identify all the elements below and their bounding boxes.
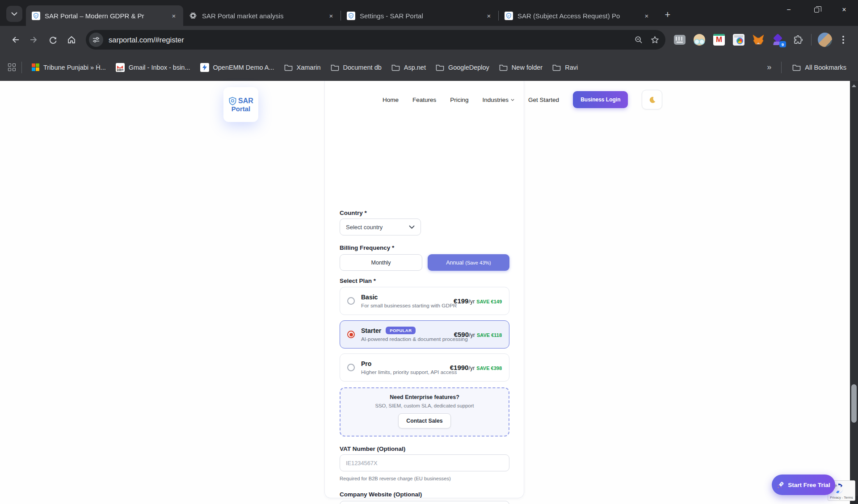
avatar-face-extension-icon[interactable] — [690, 31, 708, 49]
folder-icon — [391, 64, 400, 71]
main-nav: Home Features Pricing Industries Get Sta… — [383, 81, 662, 118]
scrollbar-thumb[interactable] — [851, 384, 857, 423]
tab-close-icon[interactable]: × — [484, 11, 494, 21]
tab-title: SAR Portal market analysis — [202, 12, 322, 20]
bookmark-folder-documentdb[interactable]: Document db — [326, 61, 386, 74]
tab-sar-portal-register[interactable]: SAR Portal – Modern GDPR & Pr × — [26, 5, 183, 26]
bookmarks-overflow-button[interactable]: » — [762, 63, 775, 72]
billing-annual-button[interactable]: Annual (Save 43%) — [428, 254, 509, 271]
openemm-icon — [200, 63, 209, 72]
bookmark-openemm[interactable]: OpenEMM Demo A... — [196, 60, 279, 75]
company-website-input[interactable] — [340, 501, 509, 504]
bookmark-label: Document db — [343, 64, 382, 71]
plan-option-pro[interactable]: Pro Higher limits, priority support, API… — [340, 353, 509, 382]
metamask-fox-icon[interactable] — [749, 31, 767, 49]
tab-sar-wikipedia[interactable]: SAR (Subject Access Request) Po × — [499, 5, 656, 26]
site-logo[interactable]: SAR Portal — [223, 87, 258, 122]
plan-price: €590/yrSAVE €118 — [454, 331, 502, 338]
profile-avatar[interactable] — [816, 31, 834, 49]
address-bar[interactable]: sarportal.com/#register — [86, 30, 665, 50]
folder-icon — [284, 64, 293, 71]
nav-industries[interactable]: Industries — [483, 97, 515, 103]
page-scrollbar[interactable] — [850, 81, 858, 504]
bookmark-tribune-punjabi[interactable]: Tribune Punjabi » Ḣ... — [27, 60, 110, 74]
tab-close-icon[interactable]: × — [326, 11, 336, 21]
enterprise-title: Need Enterprise features? — [390, 394, 459, 400]
tab-settings[interactable]: Settings - SAR Portal × — [341, 5, 498, 26]
back-button[interactable] — [6, 31, 24, 49]
rocket-icon — [777, 481, 784, 489]
bookmark-folder-ravi[interactable]: Ravi — [548, 61, 582, 74]
billing-monthly-button[interactable]: Monthly — [340, 254, 422, 271]
bookmark-label: New folder — [512, 64, 543, 71]
nav-home[interactable]: Home — [383, 97, 399, 103]
tab-close-icon[interactable]: × — [169, 11, 179, 21]
tab-market-analysis[interactable]: SAR Portal market analysis × — [183, 5, 341, 26]
bookmark-label: All Bookmarks — [805, 64, 846, 71]
browser-menu-button[interactable] — [835, 31, 852, 48]
plan-description: For small businesses starting with GDPR — [361, 302, 447, 309]
keyboard-extension-icon[interactable] — [671, 31, 689, 49]
reload-button[interactable] — [44, 31, 62, 49]
vat-input[interactable] — [340, 454, 509, 471]
chevron-down-icon — [11, 12, 17, 16]
tab-strip: SAR Portal – Modern GDPR & Pr × SAR Port… — [0, 0, 858, 26]
browser-window: SAR Portal – Modern GDPR & Pr × SAR Port… — [0, 0, 858, 504]
radio-checked-icon[interactable] — [347, 331, 355, 338]
site-settings-icon[interactable] — [89, 33, 103, 47]
floating-start-free-trial-button[interactable]: Start Free Trial — [772, 475, 835, 495]
gmail-unread-badge: 100+ — [116, 68, 124, 72]
minimize-button[interactable]: − — [775, 0, 803, 20]
plan-option-starter[interactable]: Starter POPULAR AI-powered redaction & d… — [340, 320, 509, 349]
business-login-button[interactable]: Business Login — [573, 91, 628, 108]
close-button[interactable]: × — [830, 0, 858, 20]
popular-badge: POPULAR — [386, 327, 416, 334]
tab-close-icon[interactable]: × — [642, 11, 652, 21]
bookmark-label: OpenEMM Demo A... — [213, 64, 274, 71]
bookmark-label: Asp.net — [404, 64, 426, 71]
extensions-puzzle-icon[interactable] — [789, 31, 807, 49]
zoom-out-icon[interactable] — [631, 32, 647, 48]
logo-text-line1: SAR — [238, 97, 253, 105]
bookmark-folder-newfolder[interactable]: New folder — [495, 61, 547, 74]
moon-icon — [648, 96, 656, 104]
plan-price-amount: €1990 — [450, 364, 469, 371]
restore-icon — [814, 8, 819, 13]
scroll-up-arrow[interactable] — [850, 82, 858, 90]
folder-icon — [792, 64, 801, 71]
nav-features[interactable]: Features — [412, 97, 436, 103]
bookmark-folder-googledeploy[interactable]: GoogleDeploy — [431, 61, 494, 74]
folder-icon — [436, 64, 444, 71]
nav-get-started[interactable]: Get Started — [528, 97, 559, 103]
vat-label: VAT Number (Optional) — [340, 445, 405, 452]
extensions-row: M 9 — [671, 31, 807, 49]
plan-price-amount: €199 — [454, 297, 468, 305]
chatgpt-favicon-icon — [189, 11, 198, 20]
new-tab-button[interactable]: + — [660, 7, 676, 23]
tab-search-button[interactable] — [6, 6, 22, 22]
nav-pricing[interactable]: Pricing — [450, 97, 468, 103]
home-button[interactable] — [63, 31, 80, 49]
wallet-extension-icon[interactable]: 9 — [769, 31, 787, 49]
forward-button[interactable] — [25, 31, 43, 49]
bookmark-star-icon[interactable] — [647, 32, 663, 48]
page-content: SAR Portal Home Features Pricing Industr… — [0, 81, 850, 504]
url-text[interactable]: sarportal.com/#register — [109, 36, 631, 44]
billing-annual-note: (Save 43%) — [465, 260, 491, 265]
bookmark-gmail[interactable]: 100+ Gmail - Inbox - bsin... — [111, 60, 195, 75]
mailtrack-extension-icon[interactable]: M — [710, 31, 728, 49]
contact-sales-button[interactable]: Contact Sales — [398, 413, 450, 428]
apps-grid-icon[interactable] — [8, 63, 16, 71]
screenshot-extension-icon[interactable] — [730, 31, 748, 49]
radio-unchecked-icon[interactable] — [347, 364, 355, 371]
theme-toggle-button[interactable] — [642, 90, 662, 109]
radio-unchecked-icon[interactable] — [347, 297, 355, 305]
restore-button[interactable] — [803, 0, 830, 20]
all-bookmarks-button[interactable]: All Bookmarks — [788, 61, 851, 74]
plan-option-basic[interactable]: Basic For small businesses starting with… — [340, 287, 509, 315]
bookmark-folder-xamarin[interactable]: Xamarin — [280, 61, 325, 74]
folder-icon — [499, 64, 508, 71]
country-select[interactable]: Select country — [340, 218, 421, 235]
extension-badge: 9 — [779, 41, 786, 47]
bookmark-folder-aspnet[interactable]: Asp.net — [387, 61, 430, 74]
